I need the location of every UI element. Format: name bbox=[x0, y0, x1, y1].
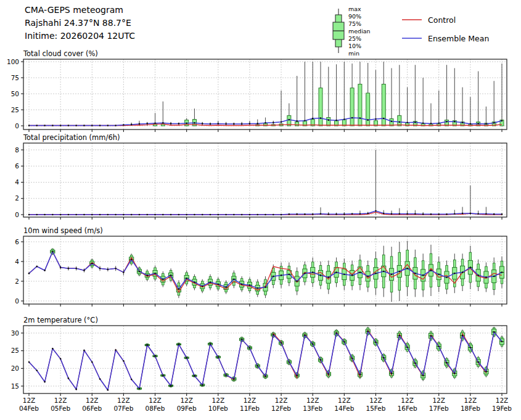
point-markers-precip bbox=[28, 210, 503, 216]
x-ticks-cloud bbox=[29, 130, 502, 132]
x-tick-hour-label: 12Z bbox=[464, 397, 477, 404]
legend-stat-label: 25% bbox=[348, 35, 361, 42]
grid-temp bbox=[23, 326, 507, 393]
panel-precip: Total precipitation (mm/6h)02468 bbox=[15, 133, 507, 220]
panel-title-cloud: Total cloud cover (%) bbox=[23, 49, 98, 58]
panel-wind: 10m wind speed (m/s)0246 bbox=[15, 226, 507, 307]
panel-title-wind: 10m wind speed (m/s) bbox=[23, 226, 103, 235]
y-axis-cloud: 0255075100 bbox=[7, 58, 23, 130]
x-tick-day-label: 11Feb bbox=[240, 405, 260, 412]
y-tick-label: 20 bbox=[11, 364, 19, 372]
x-tick-day-label: 08Feb bbox=[146, 405, 165, 412]
chart-title: CMA-GEPS meteogram bbox=[25, 4, 135, 17]
y-tick-label: 15 bbox=[11, 382, 19, 390]
legend-control-label: Control bbox=[428, 15, 456, 25]
y-axis-temp: 15202530 bbox=[11, 329, 23, 390]
x-tick-day-label: 17Feb bbox=[429, 405, 449, 412]
chart-location: Rajshahi 24.37°N 88.7°E bbox=[25, 17, 135, 30]
y-tick-label: 0 bbox=[15, 211, 19, 218]
legend-stat-label: median bbox=[348, 28, 371, 35]
x-tick-hour-label: 12Z bbox=[496, 397, 509, 404]
y-tick-label: 75 bbox=[11, 74, 19, 81]
meteogram-chart: max90%75%median25%10%minControlEnsemble … bbox=[0, 0, 521, 420]
y-axis-wind: 0246 bbox=[15, 238, 23, 305]
x-tick-hour-label: 12Z bbox=[401, 397, 414, 404]
x-tick-day-label: 12Feb bbox=[271, 405, 291, 412]
x-tick-day-label: 04Feb bbox=[19, 405, 39, 412]
x-tick-day-label: 15Feb bbox=[366, 405, 385, 412]
y-tick-label: 25 bbox=[11, 347, 19, 354]
x-axis-labels: 12Z04Feb12Z05Feb12Z06Feb12Z07Feb12Z08Feb… bbox=[19, 397, 512, 412]
boxwhiskers-cloud bbox=[123, 62, 504, 126]
x-tick-hour-label: 12Z bbox=[23, 397, 36, 404]
y-tick-label: 30 bbox=[11, 329, 19, 337]
x-tick-day-label: 14Feb bbox=[334, 405, 354, 412]
chart-inittime: Initime: 20260204 12UTC bbox=[25, 30, 135, 43]
x-ticks-precip bbox=[29, 217, 502, 220]
y-tick-label: 25 bbox=[11, 106, 19, 113]
x-tick-day-label: 16Feb bbox=[398, 405, 417, 412]
x-tick-hour-label: 12Z bbox=[117, 397, 130, 404]
x-tick-hour-label: 12Z bbox=[306, 397, 319, 404]
x-tick-hour-label: 12Z bbox=[275, 397, 288, 404]
x-tick-hour-label: 12Z bbox=[149, 397, 162, 404]
y-tick-label: 2 bbox=[15, 278, 19, 285]
x-tick-hour-label: 12Z bbox=[86, 397, 99, 404]
y-tick-label: 0 bbox=[15, 122, 19, 130]
x-tick-day-label: 09Feb bbox=[177, 405, 197, 412]
y-tick-label: 2 bbox=[15, 194, 19, 202]
x-tick-day-label: 10Feb bbox=[208, 405, 228, 412]
legend-stat-label: 75% bbox=[348, 20, 361, 27]
x-tick-hour-label: 12Z bbox=[338, 397, 351, 404]
legend-box-glyph: max90%75%median25%10%min bbox=[333, 6, 371, 57]
x-tick-hour-label: 12Z bbox=[369, 397, 382, 404]
meteogram-page: CMA-GEPS meteogram Rajshahi 24.37°N 88.7… bbox=[0, 0, 521, 420]
x-ticks-wind bbox=[29, 304, 502, 307]
panel-title-precip: Total precipitation (mm/6h) bbox=[23, 133, 120, 142]
y-tick-label: 8 bbox=[15, 146, 19, 154]
y-tick-label: 4 bbox=[15, 178, 19, 186]
legend-stat-label: 10% bbox=[348, 43, 361, 49]
y-tick-label: 4 bbox=[15, 258, 19, 265]
panel-temp: 2m temperature (°C)15202530 bbox=[11, 316, 507, 396]
legend-stat-label: min bbox=[348, 50, 359, 57]
y-tick-label: 6 bbox=[15, 162, 19, 170]
y-tick-label: 0 bbox=[15, 297, 19, 305]
legend-lines: ControlEnsemble Mean bbox=[402, 15, 489, 43]
x-tick-hour-label: 12Z bbox=[180, 397, 193, 404]
x-tick-day-label: 13Feb bbox=[303, 405, 322, 412]
panel-title-temp: 2m temperature (°C) bbox=[23, 316, 98, 324]
x-tick-day-label: 06Feb bbox=[82, 405, 102, 412]
y-tick-label: 6 bbox=[15, 238, 19, 245]
x-tick-day-label: 19Feb bbox=[492, 405, 512, 412]
legend-stat-label: 90% bbox=[348, 13, 361, 20]
y-axis-precip: 02468 bbox=[15, 146, 23, 218]
y-tick-label: 50 bbox=[11, 90, 19, 97]
x-tick-hour-label: 12Z bbox=[244, 397, 256, 404]
legend-stat-label: max bbox=[348, 6, 361, 12]
x-tick-hour-label: 12Z bbox=[54, 397, 67, 404]
panel-cloud: Total cloud cover (%)0255075100 bbox=[7, 49, 507, 132]
x-tick-day-label: 18Feb bbox=[461, 405, 480, 412]
x-tick-hour-label: 12Z bbox=[212, 397, 225, 404]
grid-precip bbox=[23, 143, 507, 217]
chart-header: CMA-GEPS meteogram Rajshahi 24.37°N 88.7… bbox=[25, 4, 135, 43]
x-tick-day-label: 07Feb bbox=[113, 405, 133, 412]
panel-frame-temp bbox=[23, 326, 507, 393]
x-tick-hour-label: 12Z bbox=[432, 397, 445, 404]
boxwhiskers-temp bbox=[52, 327, 504, 390]
panel-frame-precip bbox=[23, 143, 507, 217]
y-tick-label: 100 bbox=[7, 58, 19, 65]
x-tick-day-label: 05Feb bbox=[51, 405, 70, 412]
legend-ensemble-mean-label: Ensemble Mean bbox=[428, 34, 489, 43]
